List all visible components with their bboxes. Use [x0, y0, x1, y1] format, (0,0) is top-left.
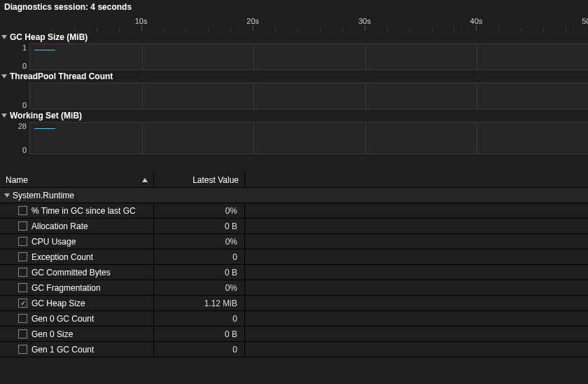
counter-row[interactable]: Gen 0 GC Count0 [0, 311, 588, 327]
y-axis: 0 [0, 83, 29, 109]
counter-value-cell: 0 [154, 342, 245, 357]
ruler-minor-tick [97, 28, 97, 31]
counter-value-cell: 0 B [154, 219, 245, 233]
counter-checkbox[interactable] [18, 299, 27, 308]
counter-row[interactable]: Allocation Rate0 B [0, 219, 588, 234]
counter-checkbox[interactable] [18, 237, 27, 246]
counter-row[interactable]: Gen 0 Size0 B [0, 327, 588, 342]
counter-row[interactable]: % Time in GC since last GC0% [0, 203, 588, 219]
ruler-minor-tick [410, 28, 410, 31]
counter-value-cell: 0 B [154, 265, 245, 280]
ruler-minor-tick [543, 28, 544, 31]
chart-plot[interactable] [29, 43, 588, 70]
counter-checkbox[interactable] [18, 252, 27, 261]
column-header-label: Name [6, 175, 28, 185]
counter-row[interactable]: CPU Usage0% [0, 234, 588, 249]
ruler-minor-tick [74, 28, 75, 31]
series-line [34, 48, 55, 50]
counter-checkbox[interactable] [18, 314, 27, 323]
counter-name-cell: Exception Count [0, 249, 154, 264]
counter-name: GC Heap Size [31, 299, 85, 308]
counter-name-cell: GC Fragmentation [0, 280, 154, 295]
gridline [477, 83, 477, 109]
counter-row[interactable]: Exception Count0 [0, 249, 588, 265]
chart-gc-heap: 1 0 [0, 43, 588, 70]
counter-name: Gen 1 GC Count [31, 345, 94, 355]
counter-group-label: System.Runtime [13, 191, 74, 200]
y-tick: 1 [22, 43, 27, 52]
ruler-minor-tick [298, 28, 298, 31]
session-label: Diagnostics session: 4 seconds [4, 2, 132, 12]
y-axis: 28 0 [0, 122, 29, 154]
ruler-major-tick [253, 25, 253, 31]
y-tick: 0 [22, 101, 27, 109]
ruler-minor-tick [186, 28, 186, 31]
counter-name-cell: Gen 1 GC Count [0, 342, 154, 357]
ruler-minor-tick [320, 28, 321, 31]
chart-plot[interactable] [29, 122, 588, 154]
gridline [477, 44, 477, 69]
chart-working-set: 28 0 [0, 122, 588, 154]
column-header-label: Latest Value [192, 175, 239, 185]
ruler-major-tick [365, 25, 365, 31]
counter-name: Exception Count [31, 252, 93, 262]
chart-title-gc-heap[interactable]: GC Heap Size (MiB) [0, 31, 588, 43]
collapse-icon [4, 193, 10, 198]
counter-row[interactable]: GC Committed Bytes0 B [0, 265, 588, 280]
ruler-minor-tick [275, 28, 276, 31]
chart-title-threadpool[interactable]: ThreadPool Thread Count [0, 70, 588, 83]
counter-checkbox[interactable] [18, 329, 27, 338]
counter-checkbox[interactable] [18, 268, 27, 277]
counter-name-cell: CPU Usage [0, 234, 154, 249]
counter-value-cell: 0% [154, 280, 245, 295]
y-tick: 28 [18, 122, 27, 130]
counter-value-cell: 0% [154, 203, 245, 218]
ruler-minor-tick [164, 28, 164, 31]
ruler-minor-tick [432, 28, 433, 31]
timeline-ruler[interactable]: 10s20s30s40s50s [0, 14, 588, 31]
counter-value-cell: 0 B [154, 327, 245, 341]
column-header-name[interactable]: Name [0, 172, 154, 187]
counter-checkbox[interactable] [18, 345, 27, 354]
counter-value-cell: 0 [154, 311, 245, 326]
counter-value-cell: 1.12 MiB [154, 296, 245, 310]
gridline [477, 123, 477, 153]
counter-name: % Time in GC since last GC [31, 206, 136, 216]
counter-row[interactable]: Gen 1 GC Count0 [0, 342, 588, 357]
ruler-minor-tick [208, 28, 209, 31]
chart-title-text: Working Set (MiB) [10, 111, 82, 121]
counter-name: GC Committed Bytes [31, 268, 111, 277]
counter-checkbox[interactable] [18, 206, 27, 215]
gridline [253, 83, 254, 109]
counter-group-system-runtime[interactable]: System.Runtime [0, 188, 588, 203]
gridline [365, 44, 366, 69]
ruler-minor-tick [566, 28, 566, 31]
ruler-tick-label: 20s [246, 17, 259, 25]
gridline [142, 44, 143, 69]
counter-row[interactable]: GC Fragmentation0% [0, 280, 588, 296]
counter-name: Allocation Rate [31, 221, 88, 231]
ruler-minor-tick [342, 28, 343, 31]
counter-row[interactable]: GC Heap Size1.12 MiB [0, 296, 588, 311]
collapse-icon [1, 114, 7, 118]
counter-name: CPU Usage [31, 237, 76, 247]
chart-title-working-set[interactable]: Working Set (MiB) [0, 109, 588, 122]
chart-plot[interactable] [29, 83, 588, 109]
gridline [142, 83, 143, 109]
counter-name: GC Fragmentation [31, 283, 101, 293]
counter-table-header: Name Latest Value [0, 172, 588, 188]
counter-name-cell: % Time in GC since last GC [0, 203, 154, 218]
column-header-value[interactable]: Latest Value [154, 172, 245, 187]
chart-threadpool: 0 [0, 83, 588, 109]
ruler-minor-tick [119, 28, 120, 31]
counter-checkbox[interactable] [18, 221, 27, 231]
ruler-minor-tick [498, 28, 499, 31]
counter-name-cell: GC Committed Bytes [0, 265, 154, 280]
spacer [0, 154, 588, 172]
counter-rows: % Time in GC since last GC0%Allocation R… [0, 203, 588, 357]
gridline [253, 123, 254, 153]
counter-name-cell: Allocation Rate [0, 219, 154, 233]
ruler-tick-label: 40s [470, 17, 483, 25]
series-line [34, 127, 55, 129]
counter-checkbox[interactable] [18, 283, 27, 292]
